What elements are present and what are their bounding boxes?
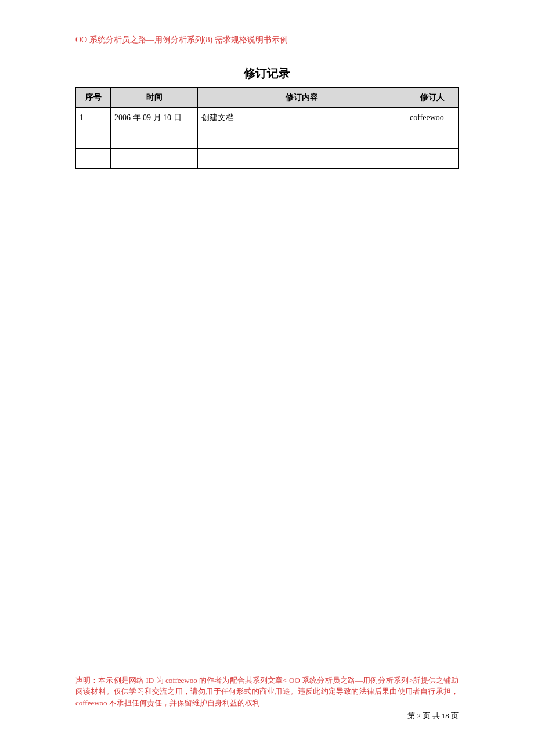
disclaimer-text: 声明：本示例是网络 ID 为 coffeewoo 的作者为配合其系列文章< OO… — [75, 675, 459, 709]
table-row: 1 2006 年 09 月 10 日 创建文档 coffeewoo — [76, 108, 459, 128]
table-row — [76, 149, 459, 169]
page-footer: 声明：本示例是网络 ID 为 coffeewoo 的作者为配合其系列文章< OO… — [75, 675, 459, 722]
revision-table: 序号 时间 修订内容 修订人 1 2006 年 09 月 10 日 创建文档 c… — [75, 87, 459, 169]
cell-time — [111, 128, 198, 149]
cell-time: 2006 年 09 月 10 日 — [111, 108, 198, 128]
cell-person: coffeewoo — [406, 108, 459, 128]
table-row — [76, 128, 459, 149]
cell-content — [198, 149, 406, 169]
col-header-time: 时间 — [111, 88, 198, 108]
table-header-row: 序号 时间 修订内容 修订人 — [76, 88, 459, 108]
cell-time — [111, 149, 198, 169]
cell-person — [406, 149, 459, 169]
page-header-title: OO 系统分析员之路—用例分析系列(8) 需求规格说明书示例 — [75, 35, 459, 49]
cell-seq — [76, 149, 111, 169]
col-header-person: 修订人 — [406, 88, 459, 108]
col-header-seq: 序号 — [76, 88, 111, 108]
cell-person — [406, 128, 459, 149]
cell-content — [198, 128, 406, 149]
section-title: 修订记录 — [75, 66, 459, 81]
cell-seq: 1 — [76, 108, 111, 128]
cell-content: 创建文档 — [198, 108, 406, 128]
page-number: 第 2 页 共 18 页 — [75, 711, 459, 721]
col-header-content: 修订内容 — [198, 88, 406, 108]
cell-seq — [76, 128, 111, 149]
